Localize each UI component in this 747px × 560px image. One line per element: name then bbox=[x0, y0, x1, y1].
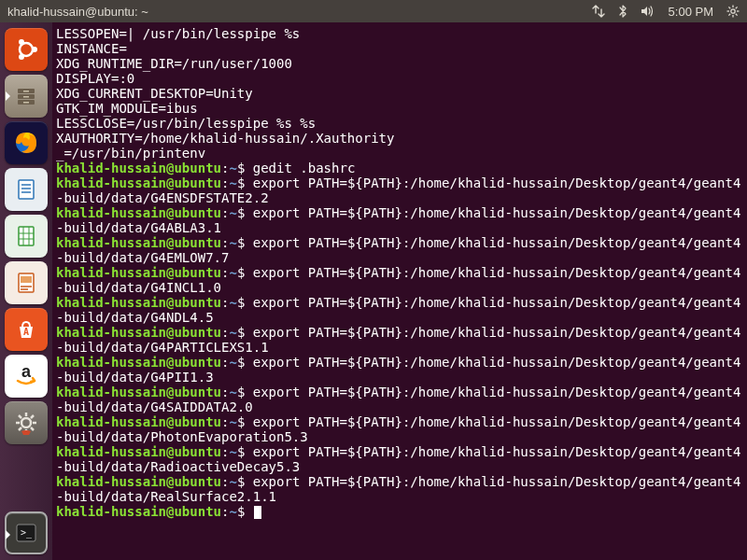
cursor bbox=[254, 506, 261, 519]
svg-rect-24 bbox=[19, 227, 34, 245]
prompt-path: ~ bbox=[229, 205, 236, 220]
svg-point-10 bbox=[32, 47, 37, 52]
terminal-line: khalid-hussain@ubuntu:~$ export PATH=${P… bbox=[56, 355, 745, 385]
svg-line-42 bbox=[31, 415, 34, 418]
launcher-impress[interactable] bbox=[5, 261, 48, 304]
terminal-line: khalid-hussain@ubuntu:~$ gedit .bashrc bbox=[56, 161, 745, 175]
prompt-user: khalid-hussain@ubuntu bbox=[56, 235, 221, 250]
terminal-line: khalid-hussain@ubuntu:~$ export PATH=${P… bbox=[56, 235, 745, 265]
svg-rect-20 bbox=[19, 180, 34, 199]
prompt-path: ~ bbox=[229, 355, 236, 370]
terminal-line: GTK_IM_MODULE=ibus bbox=[56, 101, 745, 116]
launcher-software[interactable]: A bbox=[5, 308, 48, 351]
svg-rect-16 bbox=[23, 91, 29, 92]
terminal-line: LESSCLOSE=/usr/bin/lesspipe %s %s bbox=[56, 116, 745, 131]
launcher-terminal[interactable]: >_ bbox=[5, 511, 48, 554]
bluetooth-icon[interactable] bbox=[618, 5, 627, 18]
running-indicator-icon bbox=[6, 530, 10, 539]
launcher-firefox[interactable] bbox=[5, 121, 48, 164]
prompt-path: ~ bbox=[229, 175, 236, 190]
terminal-line: khalid-hussain@ubuntu:~$ export PATH=${P… bbox=[56, 385, 745, 414]
terminal-line: khalid-hussain@ubuntu:~$ export PATH=${P… bbox=[56, 474, 745, 504]
terminal-line: LESSOPEN=| /usr/bin/lesspipe %s bbox=[56, 26, 745, 41]
terminal-line: khalid-hussain@ubuntu:~$ export PATH=${P… bbox=[56, 444, 745, 474]
prompt-path: ~ bbox=[229, 474, 236, 489]
svg-line-8 bbox=[728, 14, 730, 16]
terminal-line: XDG_RUNTIME_DIR=/run/user/1000 bbox=[56, 56, 745, 71]
svg-rect-18 bbox=[23, 102, 29, 104]
window-title: khalid-hussain@ubuntu: ~ bbox=[7, 5, 592, 19]
terminal-line: _=/usr/bin/printenv bbox=[56, 146, 745, 161]
prompt-user: khalid-hussain@ubuntu bbox=[56, 205, 221, 220]
terminal-line: XDG_CURRENT_DESKTOP=Unity bbox=[56, 86, 745, 101]
gear-icon[interactable] bbox=[726, 5, 740, 18]
running-indicator-icon bbox=[6, 91, 10, 101]
prompt-user: khalid-hussain@ubuntu bbox=[56, 414, 221, 429]
prompt-user: khalid-hussain@ubuntu bbox=[56, 161, 221, 175]
menu-bar: khalid-hussain@ubuntu: ~ 5:00 PM bbox=[0, 0, 747, 22]
launcher-settings[interactable] bbox=[5, 401, 48, 444]
svg-line-5 bbox=[728, 7, 730, 8]
svg-line-40 bbox=[19, 415, 21, 418]
prompt-user: khalid-hussain@ubuntu bbox=[56, 355, 221, 370]
prompt-user: khalid-hussain@ubuntu bbox=[56, 295, 221, 310]
prompt-user: khalid-hussain@ubuntu bbox=[56, 474, 221, 489]
svg-point-11 bbox=[19, 39, 24, 45]
prompt-user: khalid-hussain@ubuntu bbox=[56, 385, 221, 399]
svg-point-0 bbox=[731, 9, 735, 13]
prompt-path: ~ bbox=[229, 385, 236, 399]
launcher-ubuntu-dash[interactable] bbox=[5, 28, 48, 71]
terminal-line: INSTANCE= bbox=[56, 41, 745, 56]
launcher-files[interactable] bbox=[5, 75, 48, 118]
svg-rect-17 bbox=[23, 96, 29, 98]
svg-point-12 bbox=[19, 54, 24, 60]
prompt-user: khalid-hussain@ubuntu bbox=[56, 444, 221, 459]
prompt-path: ~ bbox=[229, 161, 236, 175]
terminal-output[interactable]: LESSOPEN=| /usr/bin/lesspipe %sINSTANCE=… bbox=[52, 22, 747, 519]
terminal-line: khalid-hussain@ubuntu:~$ export PATH=${P… bbox=[56, 325, 745, 355]
svg-text:A: A bbox=[23, 327, 29, 337]
terminal-line: khalid-hussain@ubuntu:~$ export PATH=${P… bbox=[56, 175, 745, 205]
indicator-area: 5:00 PM bbox=[592, 5, 740, 19]
svg-text:a: a bbox=[21, 362, 32, 381]
volume-icon[interactable] bbox=[641, 5, 655, 18]
svg-line-41 bbox=[31, 427, 34, 430]
prompt-user: khalid-hussain@ubuntu bbox=[56, 504, 221, 519]
terminal-line: khalid-hussain@ubuntu:~$ bbox=[56, 504, 745, 519]
terminal-line: khalid-hussain@ubuntu:~$ export PATH=${P… bbox=[56, 205, 745, 235]
prompt-path: ~ bbox=[229, 295, 236, 310]
terminal-window[interactable]: LESSOPEN=| /usr/bin/lesspipe %sINSTANCE=… bbox=[52, 22, 747, 560]
prompt-path: ~ bbox=[229, 235, 236, 250]
svg-line-7 bbox=[736, 7, 738, 8]
launcher-amazon[interactable]: a bbox=[5, 355, 48, 398]
prompt-path: ~ bbox=[229, 444, 236, 459]
prompt-path: ~ bbox=[229, 325, 236, 340]
svg-point-35 bbox=[21, 418, 31, 427]
prompt-path: ~ bbox=[229, 414, 236, 429]
svg-line-6 bbox=[736, 14, 738, 16]
prompt-path: ~ bbox=[229, 504, 236, 519]
terminal-line: khalid-hussain@ubuntu:~$ export PATH=${P… bbox=[56, 295, 745, 325]
svg-line-43 bbox=[19, 427, 21, 430]
launcher-calc[interactable] bbox=[5, 215, 48, 258]
prompt-user: khalid-hussain@ubuntu bbox=[56, 265, 221, 280]
network-icon[interactable] bbox=[592, 5, 605, 18]
prompt-user: khalid-hussain@ubuntu bbox=[56, 175, 221, 190]
unity-launcher: A a >_ bbox=[0, 22, 52, 560]
terminal-line: khalid-hussain@ubuntu:~$ export PATH=${P… bbox=[56, 265, 745, 295]
prompt-path: ~ bbox=[229, 265, 236, 280]
terminal-line: khalid-hussain@ubuntu:~$ export PATH=${P… bbox=[56, 414, 745, 444]
launcher-writer[interactable] bbox=[5, 168, 48, 211]
terminal-line: XAUTHORITY=/home/khalid-hussain/.Xauthor… bbox=[56, 131, 745, 146]
terminal-line: DISPLAY=:0 bbox=[56, 71, 745, 86]
svg-point-9 bbox=[20, 43, 33, 56]
svg-rect-30 bbox=[21, 276, 32, 283]
command-text: gedit .bashrc bbox=[253, 161, 356, 175]
clock[interactable]: 5:00 PM bbox=[669, 5, 713, 19]
prompt-user: khalid-hussain@ubuntu bbox=[56, 325, 221, 340]
svg-text:>_: >_ bbox=[21, 527, 33, 539]
